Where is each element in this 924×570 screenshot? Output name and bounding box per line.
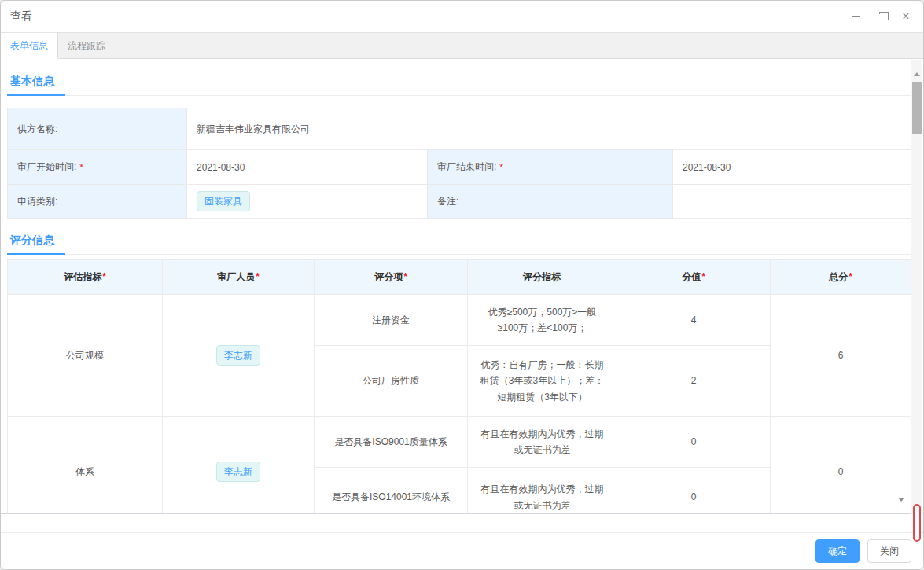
required-mark: *: [403, 269, 407, 285]
close-button[interactable]: ×: [900, 10, 912, 23]
col-header-item: 评分项*: [315, 260, 468, 295]
minimize-icon: [852, 16, 860, 17]
remark-label-cell: 备注:: [428, 185, 673, 218]
audit-end-label-cell: 审厂结束时间: *: [428, 150, 673, 185]
criteria-cell: 有且在有效期内为优秀，过期或无证书为差: [468, 468, 617, 514]
auditor-tag: 李志新: [216, 345, 260, 366]
dialog-footer: 确定 关闭: [1, 532, 923, 569]
col-header-score: 分值*: [617, 260, 771, 295]
criteria-cell: 优秀≥500万；500万>一般≥100万；差<100万；: [468, 295, 617, 346]
close-dialog-button[interactable]: 关闭: [867, 539, 911, 563]
scroll-down-arrow-icon[interactable]: [898, 498, 904, 502]
scrollbar-thumb[interactable]: [912, 82, 922, 134]
scoring-section-title: 评分信息: [7, 227, 65, 255]
required-mark: *: [256, 269, 260, 285]
total-score-cell: 0: [771, 417, 911, 514]
scoring-section-header: 评分信息: [7, 227, 912, 255]
score-item-cell: 是否具备ISO9001质量体系: [315, 417, 468, 468]
remark-value-cell: [673, 185, 911, 218]
tab-process-tracking[interactable]: 流程跟踪: [58, 33, 115, 58]
basic-info-grid: 供方名称: 新疆吉丰伟业家具有限公司 审厂开始时间: * 2021-08-30 …: [7, 108, 911, 219]
score-cell: 4: [617, 295, 771, 346]
indicator-cell: 体系: [8, 417, 163, 514]
auditor-cell: 李志新: [163, 295, 315, 417]
audit-start-label-cell: 审厂开始时间: *: [8, 150, 187, 185]
basic-info-section-title: 基本信息: [7, 68, 65, 96]
confirm-button[interactable]: 确定: [815, 539, 860, 563]
required-mark: *: [701, 269, 705, 285]
view-dialog: 查看 × 表单信息 流程跟踪 基本信息 供方名称: 新疆吉丰伟业家具有限公司 审…: [0, 0, 924, 570]
close-icon: ×: [902, 10, 909, 23]
restore-icon: [877, 14, 885, 21]
restore-button[interactable]: [874, 10, 887, 23]
auditor-tag: 李志新: [216, 462, 260, 482]
required-mark: *: [102, 269, 106, 285]
minimize-button[interactable]: [849, 10, 862, 23]
score-item-cell: 是否具备ISO14001环境体系: [315, 468, 468, 514]
total-score-cell: 6: [771, 295, 911, 417]
audit-start-value-cell: 2021-08-30: [187, 150, 428, 185]
required-mark: *: [79, 162, 83, 173]
red-highlight-indicator: [913, 504, 921, 542]
indicator-cell: 公司规模: [8, 295, 163, 417]
col-header-auditor: 审厂人员*: [163, 260, 315, 295]
required-mark: *: [499, 162, 503, 173]
score-item-cell: 公司厂房性质: [315, 346, 468, 417]
audit-end-value-cell: 2021-08-30: [673, 150, 911, 185]
window-controls: ×: [849, 10, 912, 23]
col-header-indicator: 评估指标*: [8, 260, 163, 295]
score-item-cell: 注册资金: [315, 295, 468, 346]
supplier-name-label-cell: 供方名称:: [8, 108, 187, 150]
auditor-cell: 李志新: [163, 417, 315, 514]
category-value-cell: 固装家具: [187, 185, 428, 218]
basic-info-section-header: 基本信息: [7, 68, 912, 96]
score-cell: 2: [617, 346, 771, 417]
form-content: 基本信息 供方名称: 新疆吉丰伟业家具有限公司 审厂开始时间: * 2021-0…: [1, 60, 912, 514]
col-header-criteria: 评分指标: [468, 260, 617, 295]
required-mark: *: [849, 269, 852, 285]
scrollbar-up-arrow-icon[interactable]: [914, 72, 920, 76]
score-cell: 0: [617, 417, 771, 468]
criteria-cell: 优秀：自有厂房；一般：长期租赁（3年或3年以上）；差：短期租赁（3年以下）: [468, 346, 617, 417]
tab-form-info[interactable]: 表单信息: [1, 33, 58, 59]
supplier-name-value-cell: 新疆吉丰伟业家具有限公司: [187, 108, 911, 150]
col-header-total: 总分*: [771, 260, 911, 295]
vertical-scrollbar[interactable]: [911, 60, 922, 514]
dialog-title: 查看: [10, 9, 32, 24]
score-cell: 0: [617, 468, 771, 514]
category-tag: 固装家具: [197, 191, 250, 211]
criteria-cell: 有且在有效期内为优秀，过期或无证书为差: [468, 417, 617, 468]
tab-bar: 表单信息 流程跟踪: [1, 32, 923, 59]
dialog-titlebar: 查看 ×: [1, 1, 923, 32]
category-label-cell: 申请类别:: [8, 185, 187, 218]
scoring-table: 评估指标* 审厂人员* 评分项* 评分指标 分值* 总分* 公司规模 李志新: [7, 259, 911, 514]
